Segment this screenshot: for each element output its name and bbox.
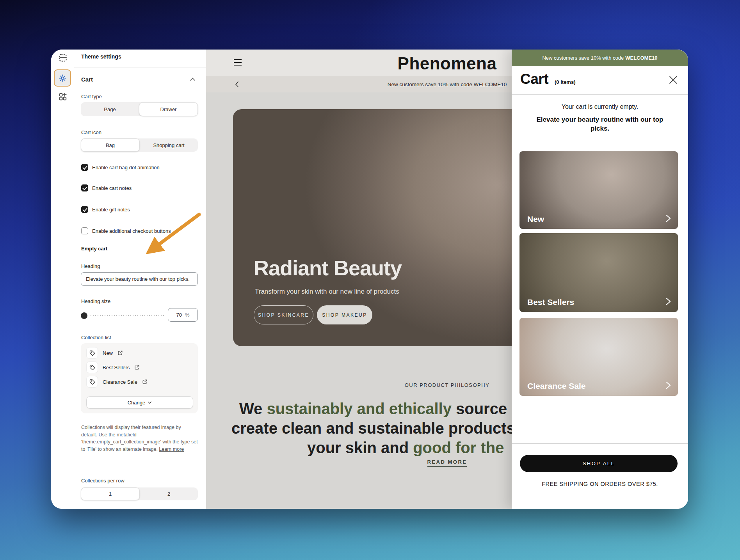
hero-subtitle: Transform your skin with our new line of… — [255, 288, 399, 296]
hero-buttons: SHOP SKINCARE SHOP MAKEUP — [254, 305, 372, 324]
editor-icon-rail — [51, 50, 75, 509]
heading-input[interactable] — [81, 272, 198, 286]
collection-list-label: Collection list — [81, 335, 111, 340]
collection-thumbnail-tile — [86, 347, 98, 359]
chevron-right-icon — [664, 214, 672, 223]
chevron-right-icon — [664, 297, 672, 306]
shop-all-button[interactable]: SHOP ALL — [520, 455, 678, 472]
theme-editor-window: Theme settings Cart Cart type Page Drawe… — [51, 50, 688, 509]
collection-list-item[interactable]: Best Sellers — [86, 362, 140, 373]
heading-size-label: Heading size — [81, 298, 110, 304]
drawer-divider — [512, 94, 688, 95]
collection-card-best-sellers[interactable]: Best Sellers — [519, 233, 678, 312]
free-shipping-note: FREE SHIPPING ON ORDERS OVER $75. — [512, 481, 688, 487]
collections-per-row-option-2[interactable]: 2 — [140, 487, 198, 500]
cart-icon-option-bag[interactable]: Bag — [81, 138, 140, 152]
philosophy-line-1: We sustainably and ethically source — [239, 400, 507, 417]
shop-makeup-button[interactable]: SHOP MAKEUP — [317, 305, 372, 324]
cart-icon-option-shopping-cart[interactable]: Shopping cart — [140, 138, 198, 152]
cart-items-count: (0 items) — [555, 79, 575, 85]
storefront-announcement-text: New customers save 10% with code WELCOME… — [388, 82, 507, 87]
collection-thumbnail-tile — [86, 362, 98, 373]
panel-title: Theme settings — [81, 53, 121, 60]
theme-settings-panel: Theme settings Cart Cart type Page Drawe… — [74, 50, 206, 509]
heading-size-value-box[interactable]: 70 % — [168, 308, 198, 322]
theme-settings-tab-highlight[interactable] — [54, 69, 71, 87]
desktop-background: Theme settings Cart Cart type Page Drawe… — [0, 0, 740, 560]
heading-size-value: 70 — [176, 312, 181, 318]
checkbox-checked-icon[interactable] — [81, 184, 88, 191]
cart-drawer-title: Cart — [520, 71, 548, 87]
change-collections-button[interactable]: Change — [86, 396, 193, 409]
drawer-footer-divider — [512, 443, 688, 444]
empty-cart-message: Your cart is currently empty. — [512, 103, 688, 110]
collections-per-row-option-1[interactable]: 1 — [81, 487, 140, 500]
apps-icon[interactable] — [59, 92, 67, 101]
external-link-icon[interactable] — [117, 350, 123, 356]
collection-card-new[interactable]: New — [519, 151, 678, 229]
checkbox-checked-icon[interactable] — [81, 164, 88, 171]
empty-cart-heading: Elevate your beauty routine with our top… — [530, 115, 670, 133]
settings-gear-icon — [59, 74, 67, 82]
chevron-up-icon[interactable] — [190, 77, 196, 81]
panel-header-divider — [74, 67, 206, 67]
heading-size-slider-handle[interactable] — [81, 312, 87, 319]
sections-icon[interactable] — [59, 53, 67, 62]
collection-help-text: Collections will display their featured … — [81, 424, 198, 453]
close-icon[interactable] — [669, 75, 678, 85]
chevron-down-icon — [148, 401, 152, 404]
external-link-icon[interactable] — [142, 379, 148, 385]
collection-list-box: New Best Sellers Clearance Sale Change — [81, 343, 198, 413]
read-more-link[interactable]: READ MORE — [427, 459, 467, 467]
previous-arrow-icon[interactable] — [234, 81, 240, 87]
cart-section-title: Cart — [81, 76, 93, 83]
empty-cart-subheading: Empty cart — [81, 246, 107, 252]
checkbox-enable-additional-checkout-buttons[interactable]: Enable additional checkout buttons — [81, 227, 171, 234]
cart-drawer-header: Cart (0 items) — [520, 71, 576, 87]
shop-skincare-button[interactable]: SHOP SKINCARE — [254, 305, 313, 324]
tag-icon — [89, 364, 96, 371]
checkbox-enable-cart-notes[interactable]: Enable cart notes — [81, 184, 132, 191]
cart-drawer: New customers save 10% with code WELCOME… — [512, 50, 688, 509]
checkbox-unchecked-icon[interactable] — [81, 227, 88, 234]
cart-icon-label: Cart icon — [81, 129, 101, 135]
learn-more-link[interactable]: Learn more — [159, 447, 184, 452]
philosophy-line-2: create clean and sustainable products — [231, 420, 515, 437]
cart-type-label: Cart type — [81, 94, 102, 99]
cart-type-control: Page Drawer — [81, 102, 198, 116]
philosophy-line-3: your skin and good for the — [307, 439, 504, 456]
collections-per-row-control: 1 2 — [81, 487, 198, 500]
collections-per-row-label: Collections per row — [81, 478, 125, 484]
collection-list-item[interactable]: New — [86, 347, 123, 359]
tag-icon — [89, 350, 96, 356]
hero-title: Radiant Beauty — [254, 256, 402, 280]
checkbox-checked-icon[interactable] — [81, 206, 88, 213]
external-link-icon[interactable] — [134, 365, 140, 370]
cart-type-option-page[interactable]: Page — [81, 102, 139, 116]
discount-code: WELCOME10 — [625, 55, 657, 61]
chevron-right-icon — [664, 381, 672, 390]
cart-type-option-drawer[interactable]: Drawer — [139, 102, 198, 116]
cart-icon-control: Bag Shopping cart — [81, 138, 198, 152]
collection-thumbnail-tile — [86, 376, 98, 388]
heading-size-unit: % — [185, 312, 190, 318]
heading-size-slider-track[interactable] — [91, 315, 164, 316]
checkbox-enable-gift-notes[interactable]: Enable gift notes — [81, 206, 130, 213]
heading-label: Heading — [81, 263, 100, 269]
collection-list-item[interactable]: Clearance Sale — [86, 376, 148, 388]
drawer-announcement-bar: New customers save 10% with code WELCOME… — [512, 50, 688, 66]
checkbox-enable-cart-bag-dot-animation[interactable]: Enable cart bag dot animation — [81, 164, 160, 171]
tag-icon — [89, 379, 96, 385]
collection-card-clearance-sale[interactable]: Clearance Sale — [519, 318, 678, 396]
